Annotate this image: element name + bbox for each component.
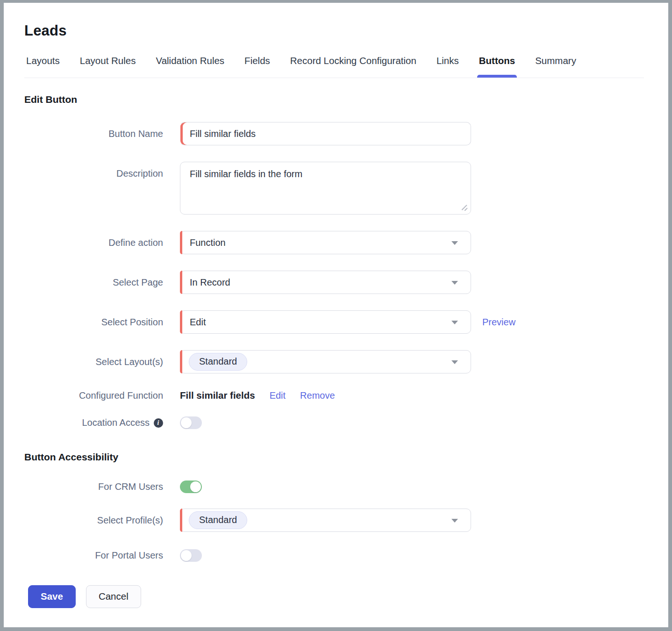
select-position-row: Select Position Edit Preview — [24, 310, 644, 334]
layout-chip: Standard — [189, 353, 247, 371]
accessibility-section-title: Button Accessibility — [24, 452, 644, 463]
chevron-down-icon — [451, 360, 458, 364]
module-header: Leads Layouts Layout Rules Validation Ru… — [4, 3, 668, 78]
preview-link[interactable]: Preview — [482, 317, 515, 328]
tab-fields[interactable]: Fields — [244, 55, 270, 78]
select-profiles-label: Select Profile(s) — [24, 515, 163, 526]
edit-button-form: Edit Button Button Name Description Fill… — [4, 78, 668, 608]
toggle-knob — [190, 481, 201, 492]
description-textarea[interactable]: Fill similar fields in the form — [180, 162, 471, 215]
portal-users-toggle[interactable] — [180, 549, 202, 562]
tab-links[interactable]: Links — [436, 55, 459, 78]
location-access-toggle[interactable] — [180, 416, 202, 429]
page-title: Leads — [24, 22, 644, 39]
configured-function-row: Configured Function Fill similar fields … — [24, 390, 644, 401]
crm-users-label: For CRM Users — [24, 481, 163, 492]
tab-validation-rules[interactable]: Validation Rules — [156, 55, 224, 78]
edit-function-link[interactable]: Edit — [270, 390, 286, 401]
tab-record-locking-configuration[interactable]: Record Locking Configuration — [290, 55, 416, 78]
form-actions: Save Cancel — [24, 585, 644, 608]
location-access-row: Location Access i — [24, 416, 644, 429]
button-name-label: Button Name — [24, 129, 163, 139]
portal-users-label: For Portal Users — [24, 550, 163, 561]
select-layouts-select[interactable]: Standard — [180, 350, 471, 373]
tab-layout-rules[interactable]: Layout Rules — [80, 55, 136, 78]
chevron-down-icon — [451, 241, 458, 245]
select-profiles-row: Select Profile(s) Standard — [24, 509, 644, 532]
toggle-knob — [181, 550, 192, 561]
chevron-down-icon — [451, 519, 458, 523]
define-action-select[interactable]: Function — [180, 231, 471, 254]
select-page-label: Select Page — [24, 277, 163, 288]
configured-function-value: Fill similar fields — [180, 390, 255, 401]
define-action-label: Define action — [24, 237, 163, 248]
tab-layouts[interactable]: Layouts — [26, 55, 60, 78]
settings-card: Leads Layouts Layout Rules Validation Ru… — [4, 3, 668, 627]
select-page-select[interactable]: In Record — [180, 271, 471, 294]
toggle-knob — [181, 417, 192, 428]
info-icon[interactable]: i — [154, 418, 163, 428]
select-page-value: In Record — [190, 277, 230, 288]
save-button[interactable]: Save — [28, 585, 76, 608]
tab-summary[interactable]: Summary — [535, 55, 576, 78]
location-access-label: Location Access — [82, 417, 150, 428]
select-page-row: Select Page In Record — [24, 271, 644, 294]
tab-buttons[interactable]: Buttons — [479, 55, 515, 78]
description-label: Description — [24, 168, 163, 179]
select-position-select[interactable]: Edit — [180, 310, 471, 334]
select-profiles-select[interactable]: Standard — [180, 509, 471, 532]
chevron-down-icon — [451, 281, 458, 285]
chevron-down-icon — [451, 321, 458, 324]
tab-bar: Layouts Layout Rules Validation Rules Fi… — [24, 55, 644, 78]
section-title: Edit Button — [24, 94, 644, 105]
crm-users-row: For CRM Users — [24, 480, 644, 493]
button-name-input[interactable] — [180, 122, 471, 145]
button-name-row: Button Name — [24, 122, 644, 145]
select-layouts-label: Select Layout(s) — [24, 357, 163, 367]
portal-users-row: For Portal Users — [24, 549, 644, 562]
configured-function-label: Configured Function — [24, 390, 163, 401]
select-position-label: Select Position — [24, 317, 163, 328]
remove-function-link[interactable]: Remove — [300, 390, 335, 401]
cancel-button[interactable]: Cancel — [86, 585, 141, 608]
description-row: Description Fill similar fields in the f… — [24, 162, 644, 215]
profile-chip: Standard — [189, 511, 247, 529]
select-layouts-row: Select Layout(s) Standard — [24, 350, 644, 373]
define-action-value: Function — [190, 237, 226, 248]
crm-users-toggle[interactable] — [180, 480, 202, 493]
select-position-value: Edit — [190, 317, 206, 328]
define-action-row: Define action Function — [24, 231, 644, 254]
